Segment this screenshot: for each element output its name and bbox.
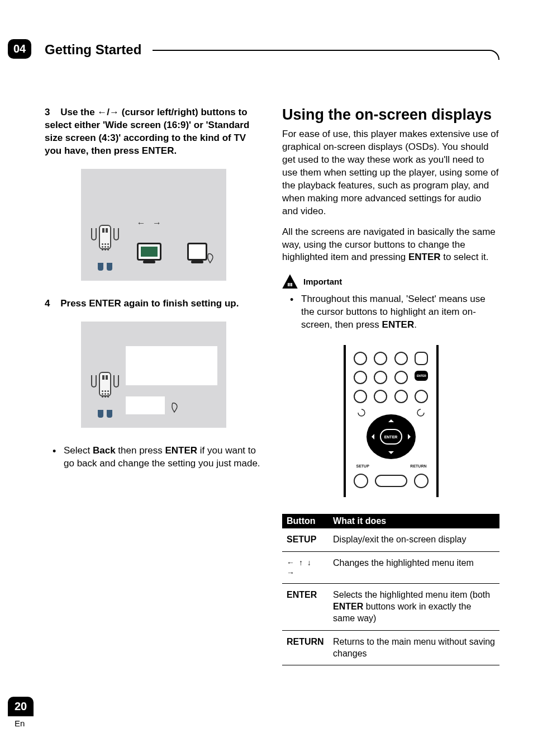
cell-desc-a: Selects the highlighted menu item (both xyxy=(333,590,490,599)
remote-button-icon xyxy=(394,352,408,365)
osd-intro-1: For ease of use, this player makes exten… xyxy=(282,128,499,218)
dpad-down-icon xyxy=(388,451,394,457)
cell-button-arrows: ← ↑ ↓ → xyxy=(282,551,329,583)
remote-button-icon xyxy=(374,371,387,384)
dpad-up-icon xyxy=(388,417,394,422)
page-language: En xyxy=(15,719,34,728)
step-3-arrows: ←/→ xyxy=(97,107,119,117)
white-panel xyxy=(126,346,217,385)
remote-button-icon xyxy=(415,390,428,403)
cell-button: RETURN xyxy=(282,630,329,665)
important-label: Important xyxy=(303,277,342,286)
remote-button-icon xyxy=(354,390,367,403)
widescreen-tv-icon xyxy=(137,243,161,261)
step-4: 4 Press ENTER again to finish setting up… xyxy=(45,297,262,310)
cell-desc: Display/exit the on-screen display xyxy=(329,528,499,551)
return-label: RETURN xyxy=(410,464,426,468)
left-column: 3 Use the ←/→ (cursor left/right) button… xyxy=(45,106,262,689)
table-row: ← ↑ ↓ → Changes the highlighted menu ite… xyxy=(282,551,499,583)
imp-b: . xyxy=(414,319,417,330)
remote-enter-button-icon: ENTER xyxy=(415,371,428,381)
cursor-hand-icon xyxy=(206,253,217,264)
imp-enter: ENTER xyxy=(382,319,415,330)
remote-row-1 xyxy=(354,352,429,365)
button-table: Button What it does SETUP Display/exit t… xyxy=(282,514,499,665)
step-4-text: Press ENTER again to finish setting up. xyxy=(60,298,239,309)
step-3-a: Use the xyxy=(60,107,97,117)
standard-tv-icon xyxy=(187,243,207,261)
remote-mascot-icon xyxy=(91,223,119,267)
remote-bottom-row xyxy=(354,474,429,488)
section-heading: Using the on-screen displays xyxy=(282,106,499,124)
arrow-indicator: ← → xyxy=(137,218,164,228)
osd-intro-2b: to select it. xyxy=(441,252,489,262)
remote-button-icon xyxy=(394,390,408,403)
remote-button-icon xyxy=(354,371,367,384)
page-footer: 20 En xyxy=(8,697,34,728)
back-note-a: Select xyxy=(64,445,93,456)
important-icon xyxy=(282,274,298,289)
cell-desc: Returns to the main menu without saving … xyxy=(329,630,499,665)
remote-row-3 xyxy=(354,390,429,403)
step-3: 3 Use the ←/→ (cursor left/right) button… xyxy=(45,106,262,158)
osd-intro-2: All the screens are navigated in basical… xyxy=(282,226,499,264)
cell-desc: Selects the highlighted menu item (both … xyxy=(329,584,499,630)
dpad-enter-icon: ENTER xyxy=(380,429,402,445)
chapter-header: Getting Started xyxy=(45,39,499,60)
illustration-finish xyxy=(81,322,226,428)
cell-desc: Changes the highlighted menu item xyxy=(329,551,499,583)
remote-button-icon xyxy=(375,475,407,487)
dpad-left-icon xyxy=(369,434,374,440)
remote-button-icon xyxy=(394,371,408,384)
dpad-right-icon xyxy=(408,434,413,440)
remote-button-icon xyxy=(415,352,428,365)
menu-swirl-icon xyxy=(358,409,365,418)
important-callout: Important xyxy=(282,274,499,289)
right-column: Using the on-screen displays For ease of… xyxy=(282,106,499,689)
illustration-tv-select: ← → xyxy=(81,169,226,281)
page-number: 20 xyxy=(8,697,34,716)
th-what: What it does xyxy=(329,514,499,528)
remote-button-icon xyxy=(374,390,387,403)
menu-swirl-icon xyxy=(417,409,425,418)
chapter-title: Getting Started xyxy=(45,42,153,58)
cell-button: SETUP xyxy=(282,528,329,551)
setup-label: SETUP xyxy=(356,464,369,468)
back-note-back: Back xyxy=(93,445,116,456)
step-4-number: 4 xyxy=(45,298,50,309)
remote-button-icon xyxy=(374,352,387,365)
remote-button-icon xyxy=(414,474,429,488)
important-bullet: Throughout this manual, 'Select' means u… xyxy=(282,293,499,332)
back-note: Select Back then press ENTER if you want… xyxy=(45,445,262,470)
step-3-number: 3 xyxy=(45,107,50,117)
osd-intro-2-enter: ENTER xyxy=(408,252,441,262)
remote-button-icon xyxy=(354,474,368,488)
white-panel-small xyxy=(126,396,165,414)
table-row: RETURN Returns to the main menu without … xyxy=(282,630,499,665)
back-note-enter: ENTER xyxy=(165,445,197,456)
remote-mascot-icon xyxy=(91,370,119,414)
table-row: SETUP Display/exit the on-screen display xyxy=(282,528,499,551)
header-rule xyxy=(153,50,499,60)
th-button: Button xyxy=(282,514,329,528)
step-3-text: Use the ←/→ (cursor left/right) buttons … xyxy=(45,107,249,156)
cursor-hand-icon xyxy=(170,402,182,413)
remote-diagram: ENTER ENTER SETU xyxy=(344,345,439,497)
chapter-number-tab: 04 xyxy=(8,39,31,59)
back-note-b: then press xyxy=(116,445,165,456)
cell-button: ENTER xyxy=(282,584,329,630)
remote-row-2: ENTER xyxy=(354,371,429,384)
remote-button-icon xyxy=(354,352,367,365)
table-row: ENTER Selects the highlighted menu item … xyxy=(282,584,499,630)
remote-dpad: ENTER SETUP RETURN xyxy=(358,409,425,465)
cell-desc-bold: ENTER xyxy=(333,602,363,611)
